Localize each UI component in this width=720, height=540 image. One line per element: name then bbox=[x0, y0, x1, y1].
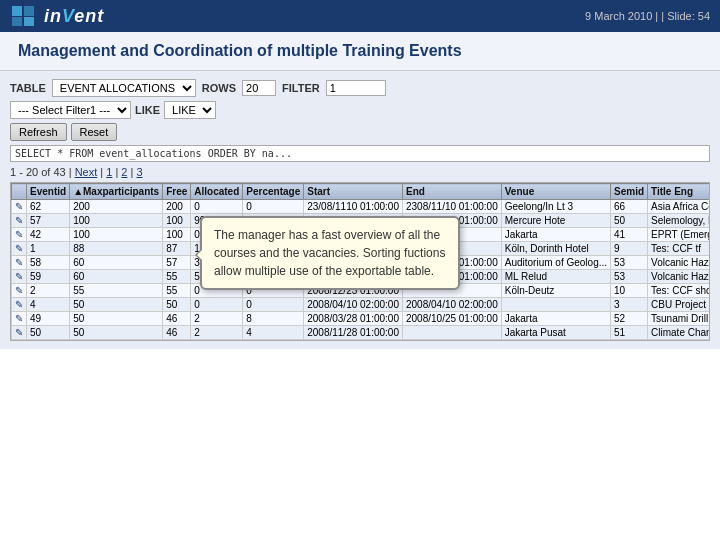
table-select[interactable]: EVENT ALLOCATIONS bbox=[52, 79, 196, 97]
pagination-page-3[interactable]: 3 bbox=[136, 166, 142, 178]
data-cell: 8 bbox=[243, 312, 304, 326]
button-row: Refresh Reset bbox=[10, 123, 710, 141]
col-allocated[interactable]: Allocated bbox=[191, 184, 243, 200]
data-cell: 2008/04/10 02:00:00 bbox=[304, 298, 403, 312]
pagination-page-1[interactable]: 1 bbox=[106, 166, 112, 178]
edit-cell[interactable]: ✎ bbox=[12, 298, 27, 312]
app-header: inVent 9 March 2010 | | Slide: 54 bbox=[0, 0, 720, 32]
edit-cell[interactable]: ✎ bbox=[12, 214, 27, 228]
data-cell: Jakarta Pusat bbox=[501, 326, 610, 340]
data-cell: 0 bbox=[243, 200, 304, 214]
data-cell: 50 bbox=[70, 312, 163, 326]
data-cell bbox=[501, 298, 610, 312]
data-cell: 55 bbox=[70, 284, 163, 298]
reset-button[interactable]: Reset bbox=[71, 123, 118, 141]
table-row: ✎495046282008/03/28 01:00:002008/10/25 0… bbox=[12, 312, 711, 326]
logo-icon bbox=[10, 4, 38, 28]
data-cell: 88 bbox=[70, 242, 163, 256]
data-cell: 53 bbox=[611, 270, 648, 284]
edit-cell[interactable]: ✎ bbox=[12, 284, 27, 298]
data-cell: Jakarta bbox=[501, 228, 610, 242]
controls-row-1: TABLE EVENT ALLOCATIONS ROWS FILTER bbox=[10, 79, 710, 97]
col-venue[interactable]: Venue bbox=[501, 184, 610, 200]
data-cell: Mercure Hote bbox=[501, 214, 610, 228]
pagination-page-2[interactable]: 2 bbox=[121, 166, 127, 178]
data-cell: 100 bbox=[163, 214, 191, 228]
rows-input[interactable] bbox=[242, 80, 276, 96]
data-cell: 46 bbox=[163, 326, 191, 340]
data-cell: 100 bbox=[163, 228, 191, 242]
data-cell: 55 bbox=[163, 270, 191, 284]
data-cell: 41 bbox=[611, 228, 648, 242]
data-cell: 53 bbox=[611, 256, 648, 270]
header-date: 9 March 2010 | | Slide: 54 bbox=[585, 10, 710, 22]
like-label: LIKE bbox=[135, 104, 160, 116]
data-cell: Climate Change and S... bbox=[648, 326, 710, 340]
page-title-bar: Management and Coordination of multiple … bbox=[0, 32, 720, 71]
data-cell: 46 bbox=[163, 312, 191, 326]
data-cell: Auditorium of Geolog... bbox=[501, 256, 610, 270]
edit-cell[interactable]: ✎ bbox=[12, 200, 27, 214]
col-free[interactable]: Free bbox=[163, 184, 191, 200]
data-cell: 58 bbox=[27, 256, 70, 270]
filter-input[interactable] bbox=[326, 80, 386, 96]
edit-cell[interactable]: ✎ bbox=[12, 242, 27, 256]
edit-cell[interactable]: ✎ bbox=[12, 312, 27, 326]
data-cell: 60 bbox=[70, 256, 163, 270]
col-semid[interactable]: Semid bbox=[611, 184, 648, 200]
col-maxparticipants[interactable]: ▲Maxparticipants bbox=[70, 184, 163, 200]
data-cell: Köln, Dorinth Hotel bbox=[501, 242, 610, 256]
col-end[interactable]: End bbox=[402, 184, 501, 200]
col-title[interactable]: Title Eng bbox=[648, 184, 710, 200]
data-cell: Asia Africa Conforon... bbox=[648, 200, 710, 214]
pagination-next[interactable]: Next bbox=[75, 166, 98, 178]
data-cell: 50 bbox=[611, 214, 648, 228]
data-cell: Selemology, Data Ane... bbox=[648, 214, 710, 228]
data-cell: 51 bbox=[611, 326, 648, 340]
table-row: ✎45050002008/04/10 02:00:002008/04/10 02… bbox=[12, 298, 711, 312]
filter-select[interactable]: --- Select Filter1 --- bbox=[10, 101, 131, 119]
col-edit bbox=[12, 184, 27, 200]
col-percentage[interactable]: Percentage bbox=[243, 184, 304, 200]
rows-label: ROWS bbox=[202, 82, 236, 94]
data-cell: 59 bbox=[27, 270, 70, 284]
data-cell: Tes: CCF tf bbox=[648, 242, 710, 256]
data-cell: Volcanic Hazard Asse... bbox=[648, 270, 710, 284]
data-cell: 2008/04/10 02:00:00 bbox=[402, 298, 501, 312]
data-cell: 23/08/1110 01:00:00 bbox=[304, 200, 403, 214]
data-cell: 4 bbox=[27, 298, 70, 312]
data-cell: 87 bbox=[163, 242, 191, 256]
data-cell: EPRT (Emergency Prep... bbox=[648, 228, 710, 242]
data-cell: 0 bbox=[191, 200, 243, 214]
edit-cell[interactable]: ✎ bbox=[12, 326, 27, 340]
data-cell: 50 bbox=[70, 326, 163, 340]
svg-rect-4 bbox=[24, 17, 34, 26]
data-cell: CBU Project Flarning... bbox=[648, 298, 710, 312]
edit-cell[interactable]: ✎ bbox=[12, 256, 27, 270]
refresh-button[interactable]: Refresh bbox=[10, 123, 67, 141]
pagination-bar: 1 - 20 of 43 | Next | 1 | 2 | 3 bbox=[10, 166, 710, 178]
data-cell: 57 bbox=[27, 214, 70, 228]
svg-rect-3 bbox=[12, 17, 22, 26]
data-cell: 49 bbox=[27, 312, 70, 326]
sql-bar: SELECT * FROM event_allocations ORDER BY… bbox=[10, 145, 710, 162]
data-cell: ML Relud bbox=[501, 270, 610, 284]
page-title: Management and Coordination of multiple … bbox=[18, 42, 702, 60]
data-cell: 4 bbox=[243, 326, 304, 340]
data-cell: 42 bbox=[27, 228, 70, 242]
col-start[interactable]: Start bbox=[304, 184, 403, 200]
data-cell: 2308/11/10 01:00:00 bbox=[402, 200, 501, 214]
data-cell: Jakarta bbox=[501, 312, 610, 326]
filter-label: FILTER bbox=[282, 82, 320, 94]
edit-cell[interactable]: ✎ bbox=[12, 228, 27, 242]
data-cell bbox=[402, 326, 501, 340]
data-cell: 60 bbox=[70, 270, 163, 284]
col-eventid[interactable]: Eventid bbox=[27, 184, 70, 200]
table-label: TABLE bbox=[10, 82, 46, 94]
edit-cell[interactable]: ✎ bbox=[12, 270, 27, 284]
data-cell: 0 bbox=[243, 298, 304, 312]
data-cell: Tsunami Drill 2008, wib 09.30 16.00 bbox=[648, 312, 710, 326]
data-cell: 200 bbox=[70, 200, 163, 214]
tooltip-text: The manager has a fast overview of all t… bbox=[214, 228, 445, 278]
like-select[interactable]: LIKE bbox=[164, 101, 216, 119]
